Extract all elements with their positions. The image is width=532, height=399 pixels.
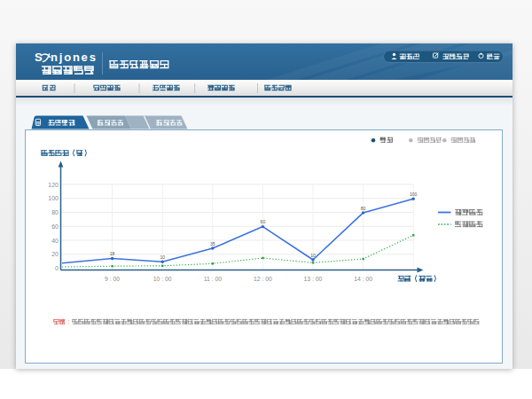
svg-text:10 : 00: 10 : 00 xyxy=(153,276,172,282)
svg-text:35: 35 xyxy=(210,241,215,246)
svg-text:9 : 00: 9 : 00 xyxy=(105,276,120,282)
svg-text:13 : 00: 13 : 00 xyxy=(304,276,323,282)
svg-text:14 : 00: 14 : 00 xyxy=(354,276,372,282)
svg-text:60: 60 xyxy=(51,223,59,230)
svg-text:10: 10 xyxy=(160,254,165,260)
svg-text:12 : 00: 12 : 00 xyxy=(254,276,272,282)
svg-text:100: 100 xyxy=(410,192,418,197)
svg-text:18: 18 xyxy=(110,251,115,256)
svg-text:0: 0 xyxy=(55,265,59,271)
svg-text:11 : 00: 11 : 00 xyxy=(204,276,223,282)
svg-text:40: 40 xyxy=(51,238,59,244)
svg-text:100: 100 xyxy=(48,195,59,201)
svg-text:80: 80 xyxy=(361,206,366,211)
svg-text:80: 80 xyxy=(51,209,59,215)
svg-text:10: 10 xyxy=(310,253,316,258)
svg-text:120: 120 xyxy=(48,182,59,188)
svg-text:60: 60 xyxy=(261,219,266,224)
svg-text:20: 20 xyxy=(51,251,59,257)
